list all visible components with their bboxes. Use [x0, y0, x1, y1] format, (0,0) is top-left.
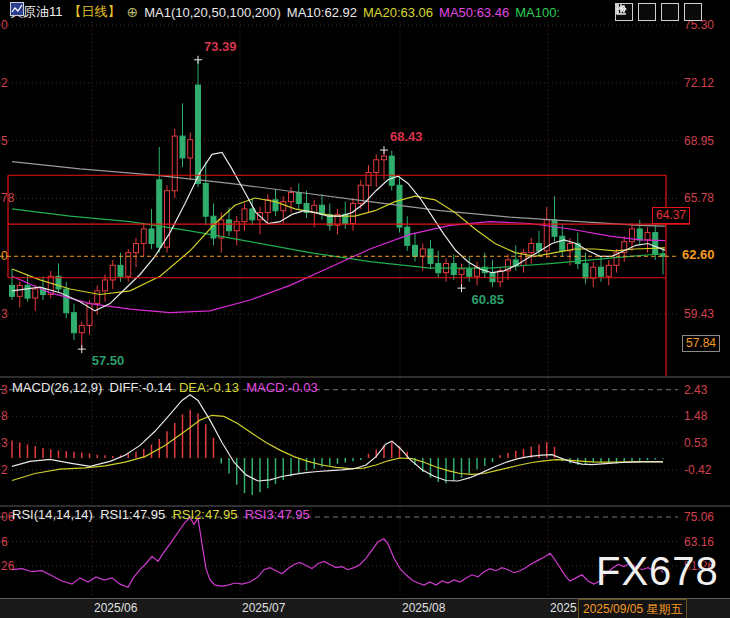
add-indicator-icon[interactable]: ⊕: [127, 4, 139, 20]
price-axis-partial-label: 2: [1, 76, 8, 90]
time-axis-label: 2025/07: [242, 601, 285, 615]
macd-axis-label: 1.48: [684, 409, 707, 423]
ma50-value: MA50:63.46: [439, 5, 509, 20]
rsi-label-row: RSI(14,14,14) RSI1:47.95 RSI2:47.95 RSI3…: [12, 507, 310, 522]
period-label[interactable]: 【日线】: [69, 3, 121, 21]
price-axis-label: 72.12: [684, 76, 714, 90]
trading-chart-window: 美原油11 【日线】 ⊕ MA1(10,20,50,100,200) MA10:…: [0, 0, 730, 618]
rsi-title: RSI(14,14,14): [12, 507, 93, 522]
low-price-annotation: 57.50: [92, 354, 125, 368]
macd-macd-value: MACD:-0.03: [246, 380, 318, 395]
price-axis-partial-label: 3: [1, 307, 8, 321]
macd-title: MACD(26,12,9): [12, 380, 102, 395]
y-axis-scale-icon[interactable]: [638, 3, 656, 21]
high-price-annotation: 73.39: [204, 40, 237, 54]
macd-axis-partial-label: 3: [1, 383, 8, 397]
rsi-axis-label: 63.16: [684, 535, 714, 549]
rsi1-value: RSI1:47.95: [100, 507, 165, 522]
macd-axis-label: 0.53: [684, 436, 707, 450]
price-axis-partial-label: 78: [1, 191, 14, 205]
rsi-axis-partial-label: 26: [1, 559, 14, 573]
rsi2-value: RSI2:47.95: [172, 507, 237, 522]
macd-label-row: MACD(26,12,9) DIFF:-0.14 DEA:-0.13 MACD:…: [12, 380, 318, 395]
ma10-value: MA10:62.92: [287, 5, 357, 20]
ma20-value: MA20:63.06: [363, 5, 433, 20]
rsi-axis-partial-label: 6: [1, 535, 8, 549]
macd-dea-value: DEA:-0.13: [179, 380, 239, 395]
macd-axis-partial-label: 3: [1, 436, 8, 450]
min-price-label: 57.84: [682, 335, 720, 352]
macd-axis-label: 2.43: [684, 383, 707, 397]
indicator-chart-icon: [10, 2, 24, 16]
fx678-watermark: FX678: [596, 549, 719, 594]
low-price-annotation: 60.85: [472, 293, 505, 307]
high-price-annotation: 68.43: [390, 130, 423, 144]
rsi-axis-label: 75.06: [684, 510, 714, 524]
current-date-label: 2025/09/05 星期五: [578, 599, 687, 618]
price-axis-label: 59.43: [684, 307, 714, 321]
rsi3-value: RSI3:47.95: [245, 507, 310, 522]
price-axis-partial-label: 0: [1, 18, 8, 32]
ma100-value: MA100:: [515, 5, 560, 20]
chart-toolbar: [615, 3, 702, 21]
price-axis-label: 68.95: [684, 134, 714, 148]
price-axis-partial-label: 0: [1, 249, 8, 263]
shift-right-icon[interactable]: [684, 3, 702, 21]
macd-axis-partial-label: 2: [1, 463, 8, 477]
macd-axis-label: -0.42: [684, 463, 711, 477]
chart-header: 美原油11 【日线】 ⊕ MA1(10,20,50,100,200) MA10:…: [10, 2, 560, 22]
time-axis-bar: 2025/062025/072025/082025 2025/09/05 星期五: [0, 598, 730, 618]
x-axis-scale-icon[interactable]: [661, 3, 679, 21]
last-price-label: 62.60: [682, 248, 715, 262]
price-axis-partial-label: 5: [1, 134, 8, 148]
macd-axis-partial-label: 8: [1, 409, 8, 423]
time-axis-label: 2025: [550, 601, 577, 615]
channel-mid-price-label: 64.37: [652, 207, 690, 224]
ma-params-label: MA1(10,20,50,100,200): [144, 5, 281, 20]
time-axis-label: 2025/08: [402, 601, 445, 615]
macd-diff-value: DIFF:-0.14: [110, 380, 172, 395]
time-axis-label: 2025/06: [94, 601, 137, 615]
price-axis-label: 65.78: [684, 191, 714, 205]
